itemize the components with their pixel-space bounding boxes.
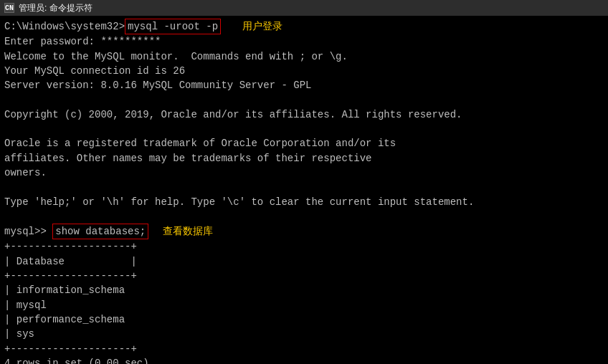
- title-icon-text: CN: [5, 4, 14, 12]
- blank1: [4, 92, 604, 107]
- cmd2-line: mysql>> show databases;查看数据库: [4, 224, 604, 239]
- blank3: [4, 180, 604, 194]
- table-header: | Database |: [4, 254, 604, 269]
- welcome-line: Welcome to the MySQL monitor. Commands e…: [4, 49, 604, 64]
- db-row-4: | sys: [4, 327, 604, 341]
- oracle-line1: Oracle is a registered trademark of Orac…: [4, 136, 604, 150]
- terminal: C:\Windows\system32>mysql -uroot -p用户登录 …: [0, 16, 608, 364]
- prompt2: mysql>: [4, 224, 40, 239]
- cmd1-line: C:\Windows\system32>mysql -uroot -p用户登录: [4, 19, 604, 34]
- blank4: [4, 209, 604, 224]
- oracle-line2: affiliates. Other names may be trademark…: [4, 151, 604, 166]
- blank2: [4, 122, 604, 136]
- cmd2-box: show databases;: [52, 224, 148, 239]
- table-top: +--------------------+: [4, 239, 604, 254]
- annotation2: 查看数据库: [163, 224, 213, 238]
- table-divider: +--------------------+: [4, 269, 604, 283]
- prompt1: C:\Windows\system32>: [4, 19, 125, 34]
- password-line: Enter password: **********: [4, 34, 604, 49]
- db-row-2: | mysql: [4, 298, 604, 312]
- cmd1-box: mysql -uroot -p: [125, 19, 221, 34]
- db-row-3: | performance_schema: [4, 312, 604, 327]
- version-line: Server version: 8.0.16 MySQL Community S…: [4, 78, 604, 92]
- annotation1: 用户登录: [242, 19, 282, 33]
- help-line: Type 'help;' or '\h' for help. Type '\c'…: [4, 195, 604, 209]
- title-bar: CN 管理员: 命令提示符: [0, 0, 608, 16]
- oracle-line3: owners.: [4, 166, 604, 180]
- table-bottom: +--------------------+: [4, 342, 604, 356]
- title-bar-text: 管理员: 命令提示符: [19, 2, 92, 14]
- rows-line: 4 rows in set (0.00 sec): [4, 356, 604, 364]
- copyright-line: Copyright (c) 2000, 2019, Oracle and/or …: [4, 107, 604, 122]
- title-bar-icon: CN: [4, 3, 14, 13]
- db-row-1: | information_schema: [4, 283, 604, 297]
- connection-line: Your MySQL connection id is 26: [4, 64, 604, 78]
